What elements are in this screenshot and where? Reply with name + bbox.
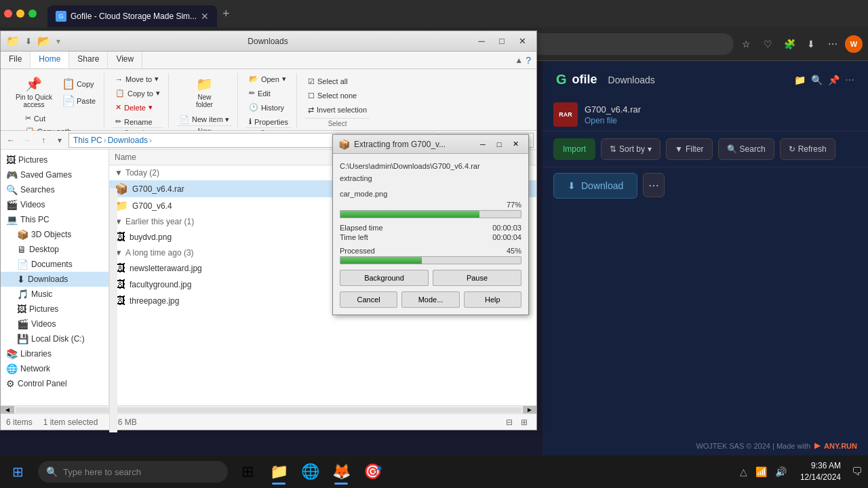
sidebar-item-this-pc[interactable]: 💻 This PC — [1, 212, 108, 227]
nav-recent-btn[interactable]: ▾ — [52, 133, 67, 148]
background-btn[interactable]: Background — [340, 270, 429, 286]
taskbar-task-view[interactable]: ⊞ — [233, 458, 262, 486]
taskbar-file-explorer[interactable]: 📁 — [264, 458, 293, 486]
videos-2-icon: 🎬 — [17, 319, 28, 329]
open-btn[interactable]: 📂 Open ▾ — [246, 73, 291, 85]
open-file-link[interactable]: Open file — [585, 116, 857, 125]
sidebar-item-3d-objects[interactable]: 📦 3D Objects — [1, 227, 108, 242]
download-main-button[interactable]: ⬇ Download — [553, 173, 637, 199]
pause-btn[interactable]: Pause — [433, 270, 521, 286]
large-icon-view-btn[interactable]: ⊞ — [517, 415, 531, 429]
taskbar-search[interactable]: 🔍 Type here to search — [38, 461, 228, 483]
start-button[interactable]: ⊞ — [0, 455, 35, 488]
gofile-search-header-icon[interactable]: 🔍 — [811, 75, 823, 85]
active-tab[interactable]: G Gofile - Cloud Storage Made Sim... ✕ — [47, 5, 217, 27]
scroll-track[interactable] — [16, 407, 521, 413]
sidebar-item-saved-games[interactable]: 🎮 Saved Games — [1, 167, 108, 182]
select-all-btn[interactable]: ☑ Select all — [305, 76, 370, 87]
edit-btn[interactable]: ✏ Edit — [246, 87, 291, 99]
volume-icon[interactable]: 🔊 — [772, 464, 789, 480]
taskbar-firefox[interactable]: 🦊 — [327, 458, 355, 486]
maximize-window-btn[interactable] — [28, 9, 37, 18]
downloads-icon[interactable]: ⬇ — [802, 35, 821, 54]
copy-to-btn[interactable]: 📋 Copy to ▾ — [113, 87, 163, 99]
scroll-right-btn[interactable]: ► — [523, 406, 536, 414]
sidebar-item-network[interactable]: 🌐 Network — [1, 361, 108, 376]
tab-share[interactable]: Share — [69, 52, 108, 68]
details-view-btn[interactable]: ⊟ — [502, 415, 516, 429]
new-item-btn[interactable]: 📄 New item ▾ — [177, 114, 232, 125]
delete-btn[interactable]: ✕ Delete ▾ — [113, 102, 163, 113]
cancel-btn[interactable]: Cancel — [340, 291, 397, 308]
tab-home[interactable]: Home — [31, 52, 69, 68]
sidebar-item-downloads[interactable]: ⬇ Downloads — [1, 272, 108, 287]
nav-back-btn[interactable]: ← — [3, 133, 18, 148]
scroll-left-btn[interactable]: ◄ — [1, 406, 14, 414]
gofile-pin-icon[interactable]: 📌 — [828, 75, 840, 85]
pin-to-quick-access-btn[interactable]: 📌 Pin to Quickaccess — [12, 73, 56, 111]
breadcrumb-downloads[interactable]: Downloads — [108, 136, 148, 145]
maximize-btn[interactable]: □ — [493, 34, 511, 49]
sidebar-item-music[interactable]: 🎵 Music — [1, 287, 108, 302]
nav-up-btn[interactable]: ↑ — [36, 133, 51, 148]
properties-btn[interactable]: ℹ Properties — [246, 116, 291, 127]
taskbar-app5[interactable]: 🎯 — [358, 458, 387, 486]
breadcrumb-this-pc[interactable]: This PC — [73, 136, 102, 145]
sidebar-item-videos-2[interactable]: 🎬 Videos — [1, 317, 108, 331]
history-btn[interactable]: 🕐 History — [246, 102, 291, 113]
sidebar-item-documents[interactable]: 📄 Documents — [1, 257, 108, 272]
taskbar-clock[interactable]: 9:36 AM 12/14/2024 — [795, 460, 846, 483]
rename-btn[interactable]: ✏ Rename — [113, 116, 163, 127]
search-button[interactable]: 🔍 Search — [718, 138, 774, 160]
help-btn[interactable]: Help — [464, 291, 521, 308]
import-button[interactable]: Import — [553, 138, 595, 160]
minimize-btn[interactable]: ─ — [473, 34, 490, 49]
tab-close-btn[interactable]: ✕ — [201, 11, 209, 22]
new-folder-btn[interactable]: 📁 Newfolder — [192, 73, 217, 111]
sidebar-item-pictures[interactable]: 🖼 Pictures — [1, 152, 108, 167]
gofile-more-icon[interactable]: ⋯ — [845, 75, 854, 85]
sidebar-item-libraries[interactable]: 📚 Libraries — [1, 346, 108, 361]
more-options-button[interactable]: ⋯ — [643, 173, 665, 197]
minimize-window-btn[interactable] — [16, 9, 24, 18]
horizontal-scrollbar[interactable]: ◄ ► — [1, 405, 536, 413]
sidebar-item-searches[interactable]: 🔍 Searches — [1, 182, 108, 197]
sidebar-item-local-disk[interactable]: 💾 Local Disk (C:) — [1, 331, 108, 346]
sidebar-item-pictures-2[interactable]: 🖼 Pictures — [1, 302, 108, 317]
gofile-folder-icon[interactable]: 📁 — [794, 75, 806, 85]
ribbon-collapse-btn[interactable]: ▲ — [515, 56, 523, 65]
filter-button[interactable]: ▼ Filter — [666, 138, 713, 160]
sidebar-scrollbar[interactable] — [109, 188, 117, 405]
select-none-btn[interactable]: ☐ Select none — [305, 90, 370, 102]
cut-btn[interactable]: ✂ Cut — [22, 113, 87, 124]
tab-view[interactable]: View — [108, 52, 142, 68]
sidebar-item-videos[interactable]: 🎬 Videos — [1, 197, 108, 212]
dialog-minimize-btn[interactable]: ─ — [475, 138, 490, 150]
invert-selection-btn[interactable]: ⇄ Invert selection — [305, 104, 370, 116]
nav-forward-btn[interactable]: → — [20, 133, 35, 148]
browser-settings-icon[interactable]: ⋯ — [823, 35, 842, 54]
close-window-btn[interactable] — [4, 9, 12, 18]
collections-icon[interactable]: ♡ — [758, 35, 777, 54]
ribbon-help-btn[interactable]: ? — [526, 55, 531, 66]
copy-btn[interactable]: 📋 Copy — [59, 76, 98, 92]
mode-btn[interactable]: Mode... — [401, 291, 459, 308]
favorites-icon[interactable]: ☆ — [736, 35, 755, 54]
notification-btn[interactable]: 🗨 — [846, 455, 868, 488]
close-btn[interactable]: ✕ — [513, 34, 531, 49]
tab-file[interactable]: File — [1, 52, 31, 68]
dialog-maximize-btn[interactable]: □ — [492, 138, 507, 150]
dialog-close-btn[interactable]: ✕ — [508, 138, 523, 150]
network-status-icon[interactable]: 📶 — [753, 464, 770, 480]
move-to-btn[interactable]: → Move to ▾ — [113, 73, 163, 85]
browser-extensions-icon[interactable]: 🧩 — [780, 35, 799, 54]
new-tab-button[interactable]: + — [217, 4, 235, 24]
profile-avatar[interactable]: W — [845, 35, 863, 53]
sidebar-item-control-panel[interactable]: ⚙ Control Panel — [1, 376, 108, 391]
paste-btn[interactable]: 📄 Paste — [59, 93, 98, 108]
sidebar-item-desktop[interactable]: 🖥 Desktop — [1, 242, 108, 257]
refresh-button[interactable]: ↻ Refresh — [780, 138, 835, 160]
taskbar-edge[interactable]: 🌐 — [296, 458, 324, 486]
arrow-up-icon[interactable]: △ — [737, 464, 750, 480]
sort-by-button[interactable]: ⇅ Sort by ▾ — [601, 138, 660, 160]
